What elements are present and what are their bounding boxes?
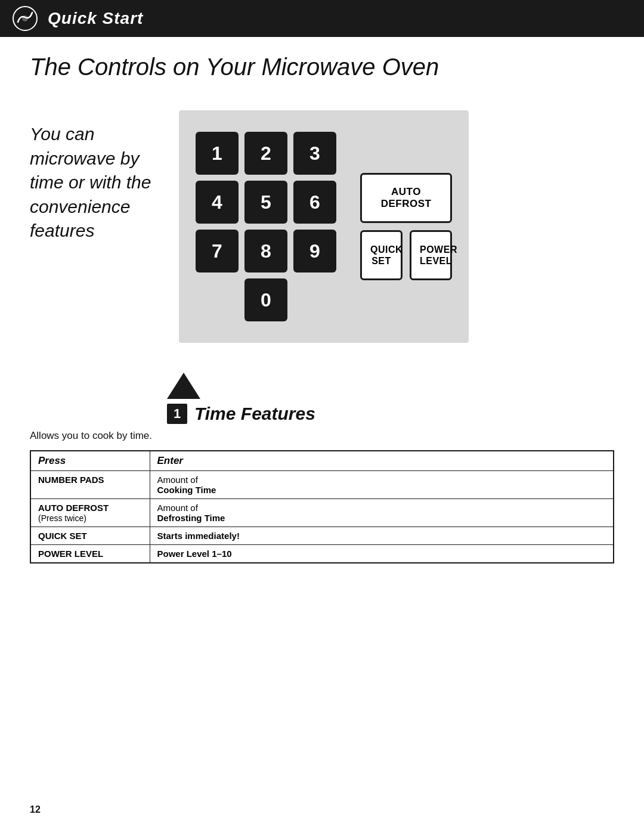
table-cell-press-2: AUTO DEFROST(Press twice) (30, 499, 150, 527)
time-features-section: 1 Time Features Allows you to cook by ti… (0, 361, 644, 569)
quick-set-button[interactable]: QUICKSET (360, 230, 402, 280)
table-row: AUTO DEFROST(Press twice) Amount ofDefro… (30, 499, 614, 527)
svg-point-1 (22, 16, 28, 21)
power-level-button[interactable]: POWERLEVEL (410, 230, 452, 280)
time-features-number: 1 (167, 404, 187, 424)
table-header-enter: Enter (150, 451, 614, 471)
time-features-description: Allows you to cook by time. (30, 430, 614, 442)
brand-logo-icon (12, 5, 38, 32)
key-5-button[interactable]: 5 (244, 181, 287, 224)
feature-buttons: AUTODEFROST QUICKSET POWERLEVEL (360, 132, 452, 321)
table-row: NUMBER PADS Amount ofCooking Time (30, 471, 614, 499)
table-row: POWER LEVEL Power Level 1–10 (30, 545, 614, 563)
key-3-button[interactable]: 3 (293, 132, 336, 175)
key-6-button[interactable]: 6 (293, 181, 336, 224)
page-number: 12 (30, 804, 41, 815)
time-features-header: 1 Time Features (30, 404, 614, 424)
keypad-panel: 1 2 3 4 5 6 7 8 9 0 AUTODEFROST QUICKSET… (179, 110, 469, 343)
table-cell-press-3: QUICK SET (30, 527, 150, 545)
table-row: QUICK SET Starts immediately! (30, 527, 614, 545)
auto-defrost-button[interactable]: AUTODEFROST (360, 173, 452, 223)
table-cell-enter-2: Amount ofDefrosting Time (150, 499, 614, 527)
key-1-button[interactable]: 1 (196, 132, 239, 175)
header-title: Quick Start (48, 9, 143, 28)
time-features-title: Time Features (194, 404, 315, 424)
page-title: The Controls on Your Microwave Oven (0, 37, 644, 92)
arrow-container (30, 373, 614, 399)
key-2-button[interactable]: 2 (244, 132, 287, 175)
key-4-button[interactable]: 4 (196, 181, 239, 224)
sidebar-text: You can microwave by time or with the co… (30, 122, 173, 243)
features-table: Press Enter NUMBER PADS Amount ofCooking… (30, 450, 614, 563)
table-cell-enter-4: Power Level 1–10 (150, 545, 614, 563)
table-cell-press-4: POWER LEVEL (30, 545, 150, 563)
key-8-button[interactable]: 8 (244, 230, 287, 272)
sidebar-description: You can microwave by time or with the co… (30, 110, 173, 343)
main-content: You can microwave by time or with the co… (0, 92, 644, 361)
key-0-button[interactable]: 0 (244, 278, 287, 321)
header-bar: Quick Start (0, 0, 644, 37)
table-cell-enter-1: Amount ofCooking Time (150, 471, 614, 499)
table-cell-press-1: NUMBER PADS (30, 471, 150, 499)
arrow-icon (167, 373, 200, 399)
table-cell-enter-3: Starts immediately! (150, 527, 614, 545)
key-7-button[interactable]: 7 (196, 230, 239, 272)
table-header-press: Press (30, 451, 150, 471)
key-9-button[interactable]: 9 (293, 230, 336, 272)
bottom-feature-row: QUICKSET POWERLEVEL (360, 230, 452, 280)
number-grid: 1 2 3 4 5 6 7 8 9 0 (196, 132, 336, 321)
